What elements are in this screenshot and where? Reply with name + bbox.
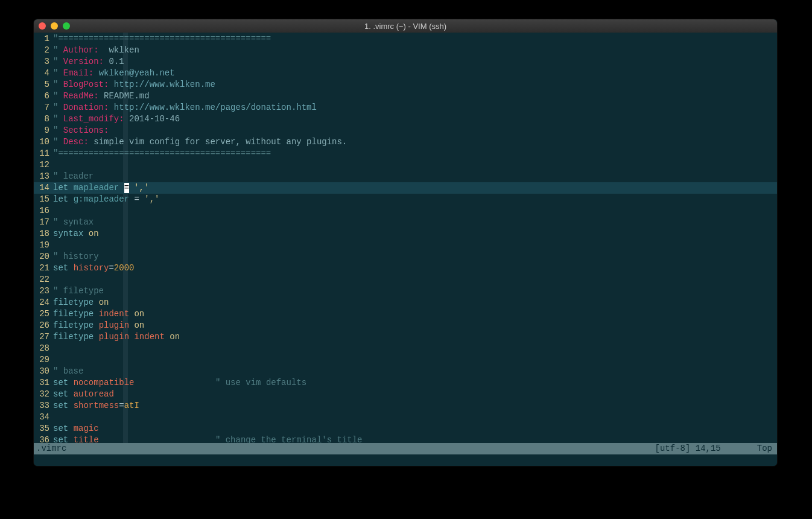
line-number: 15 <box>34 194 53 205</box>
line-content: " leader <box>53 171 777 182</box>
line-number: 28 <box>34 343 53 354</box>
code-line[interactable]: 21set history=2000 <box>34 263 777 274</box>
line-content: " filetype <box>53 285 777 297</box>
code-line[interactable]: 12 <box>34 159 777 171</box>
titlebar: 1. .vimrc (~) - VIM (ssh) <box>34 19 777 33</box>
code-line[interactable]: 13" leader <box>34 171 777 182</box>
status-bar: .vimrc [utf-8] 14,15 Top <box>34 443 777 454</box>
code-line[interactable]: 16 <box>34 205 777 217</box>
code-line[interactable]: 36set title " change the terminal's titl… <box>34 435 777 443</box>
line-number: 23 <box>34 285 53 297</box>
code-line[interactable]: 32set autoread <box>34 389 777 400</box>
code-line[interactable]: 6" ReadMe: README.md <box>34 91 777 102</box>
code-line[interactable]: 24filetype on <box>34 297 777 308</box>
code-line[interactable]: 14let mapleader = ',' <box>34 182 777 194</box>
line-number: 6 <box>34 91 53 102</box>
line-number: 1 <box>34 33 53 45</box>
line-content: let g:mapleader = ',' <box>53 194 777 205</box>
code-line[interactable]: 27filetype plugin indent on <box>34 331 777 343</box>
code-line[interactable]: 22 <box>34 274 777 285</box>
line-content: " Sections: <box>53 125 777 136</box>
line-content: " syntax <box>53 217 777 228</box>
line-number: 2 <box>34 45 53 56</box>
code-line[interactable]: 34 <box>34 412 777 423</box>
code-line[interactable]: 25filetype indent on <box>34 308 777 320</box>
line-content: " history <box>53 251 777 263</box>
code-line[interactable]: 3" Version: 0.1 <box>34 56 777 68</box>
line-number: 25 <box>34 308 53 320</box>
line-content: "=======================================… <box>53 33 777 45</box>
line-number: 14 <box>34 182 53 194</box>
line-number: 36 <box>34 435 53 443</box>
line-content: " Donation: http://www.wklken.me/pages/d… <box>53 102 777 113</box>
code-line[interactable]: 30" base <box>34 366 777 377</box>
code-line[interactable]: 29 <box>34 354 777 366</box>
line-content: set title " change the terminal's title <box>53 435 777 443</box>
code-line[interactable]: 8" Last_modify: 2014-10-46 <box>34 113 777 125</box>
line-number: 13 <box>34 171 53 182</box>
line-number: 34 <box>34 412 53 423</box>
line-content: filetype plugin on <box>53 320 777 331</box>
editor-area[interactable]: 1"======================================… <box>34 33 777 443</box>
code-line[interactable]: 19 <box>34 240 777 251</box>
code-line[interactable]: 15let g:mapleader = ',' <box>34 194 777 205</box>
line-number: 18 <box>34 228 53 240</box>
line-number: 11 <box>34 148 53 159</box>
line-number: 7 <box>34 102 53 113</box>
line-number: 4 <box>34 68 53 79</box>
code-line[interactable]: 2" Author: wklken <box>34 45 777 56</box>
line-content: " Desc: simple vim config for server, wi… <box>53 136 777 148</box>
status-encoding: [utf-8] 14,15 <box>655 443 721 454</box>
line-content <box>53 274 777 285</box>
line-content: set history=2000 <box>53 263 777 274</box>
code-line[interactable]: 4" Email: wklken@yeah.net <box>34 68 777 79</box>
code-line[interactable]: 33set shortmess=atI <box>34 400 777 412</box>
code-line[interactable]: 31set nocompatible " use vim defaults <box>34 377 777 389</box>
line-number: 30 <box>34 366 53 377</box>
code-line[interactable]: 9" Sections: <box>34 125 777 136</box>
line-content: set magic <box>53 423 777 435</box>
cursor: = <box>124 183 129 193</box>
line-number: 8 <box>34 113 53 125</box>
code-line[interactable]: 5" BlogPost: http://www.wklken.me <box>34 79 777 91</box>
code-line[interactable]: 23" filetype <box>34 285 777 297</box>
line-content <box>53 354 777 366</box>
line-content: syntax on <box>53 228 777 240</box>
line-content: filetype plugin indent on <box>53 331 777 343</box>
line-number: 24 <box>34 297 53 308</box>
code-line[interactable]: 1"======================================… <box>34 33 777 45</box>
line-number: 9 <box>34 125 53 136</box>
code-line[interactable]: 26filetype plugin on <box>34 320 777 331</box>
status-scroll: Top <box>757 443 772 454</box>
line-number: 21 <box>34 263 53 274</box>
command-line[interactable] <box>34 454 777 466</box>
line-content: set autoread <box>53 389 777 400</box>
code-line[interactable]: 18syntax on <box>34 228 777 240</box>
line-number: 12 <box>34 159 53 171</box>
line-number: 32 <box>34 389 53 400</box>
code-line[interactable]: 11"=====================================… <box>34 148 777 159</box>
line-content <box>53 159 777 171</box>
line-number: 26 <box>34 320 53 331</box>
line-content: " base <box>53 366 777 377</box>
line-content: "=======================================… <box>53 148 777 159</box>
line-number: 10 <box>34 136 53 148</box>
line-number: 16 <box>34 205 53 217</box>
line-content: " Author: wklken <box>53 45 777 56</box>
line-number: 22 <box>34 274 53 285</box>
line-content: " Last_modify: 2014-10-46 <box>53 113 777 125</box>
code-line[interactable]: 17" syntax <box>34 217 777 228</box>
code-line[interactable]: 28 <box>34 343 777 354</box>
line-content: filetype on <box>53 297 777 308</box>
line-content: " ReadMe: README.md <box>53 91 777 102</box>
code-line[interactable]: 10" Desc: simple vim config for server, … <box>34 136 777 148</box>
line-number: 17 <box>34 217 53 228</box>
line-content: set shortmess=atI <box>53 400 777 412</box>
code-line[interactable]: 7" Donation: http://www.wklken.me/pages/… <box>34 102 777 113</box>
line-number: 33 <box>34 400 53 412</box>
code-line[interactable]: 20" history <box>34 251 777 263</box>
line-content: " BlogPost: http://www.wklken.me <box>53 79 777 91</box>
line-content <box>53 205 777 217</box>
code-line[interactable]: 35set magic <box>34 423 777 435</box>
terminal-window: 1. .vimrc (~) - VIM (ssh) 1"============… <box>34 19 777 466</box>
